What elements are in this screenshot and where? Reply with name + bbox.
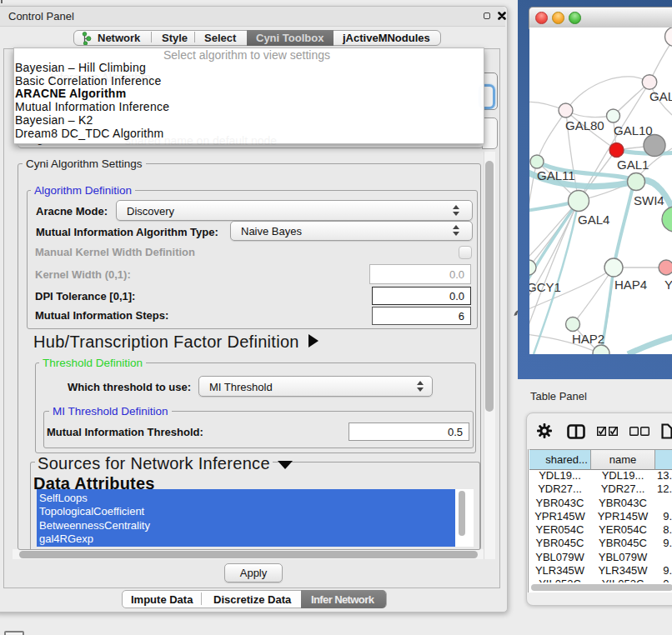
svg-text:YJ: YJ <box>664 278 672 292</box>
svg-text:GCY1: GCY1 <box>529 280 561 294</box>
svg-text:SWI4: SWI4 <box>634 193 664 208</box>
svg-text:GAL10: GAL10 <box>614 123 653 138</box>
svg-text:HAP2: HAP2 <box>572 332 604 346</box>
svg-text:HAP4: HAP4 <box>614 278 647 292</box>
svg-text:GAL4: GAL4 <box>578 212 609 227</box>
svg-text:GAL2: GAL2 <box>649 89 672 103</box>
svg-text:GAL1: GAL1 <box>617 158 649 172</box>
svg-text:GAL11: GAL11 <box>537 168 575 182</box>
svg-text:GAL80: GAL80 <box>565 118 604 132</box>
